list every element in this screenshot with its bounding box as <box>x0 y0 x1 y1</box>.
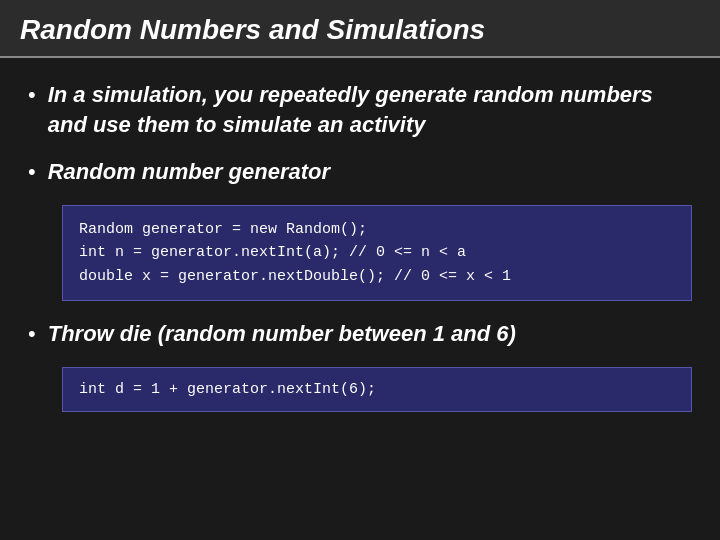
code-block-throw-die: int d = 1 + generator.nextInt(6); <box>62 367 692 412</box>
code-block-random-generator: Random generator = new Random(); int n =… <box>62 205 692 301</box>
bullet-item-2: • Random number generator <box>28 157 692 187</box>
bullet-item-1: • In a simulation, you repeatedly genera… <box>28 80 692 139</box>
bullet-item-3: • Throw die (random number between 1 and… <box>28 319 692 349</box>
slide-title: Random Numbers and Simulations <box>20 14 485 45</box>
bullet-symbol-1: • <box>28 82 36 108</box>
slide-header: Random Numbers and Simulations <box>0 0 720 58</box>
bullet-text-1: In a simulation, you repeatedly generate… <box>48 80 692 139</box>
slide-content: • In a simulation, you repeatedly genera… <box>0 58 720 442</box>
bullet-symbol-2: • <box>28 159 36 185</box>
bullet-text-2: Random number generator <box>48 157 330 187</box>
bullet-text-3: Throw die (random number between 1 and 6… <box>48 319 516 349</box>
bullet-symbol-3: • <box>28 321 36 347</box>
